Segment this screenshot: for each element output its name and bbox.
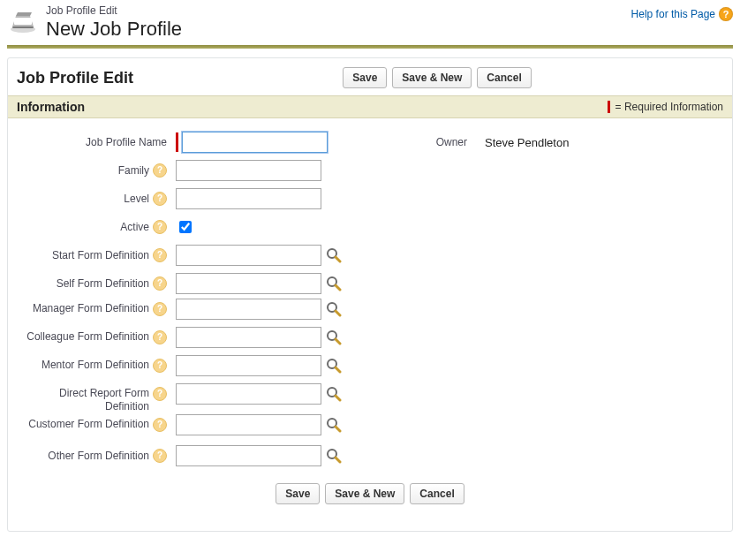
input-family[interactable] — [176, 160, 321, 181]
field-start-form: Start Form Definition ? — [17, 242, 396, 269]
help-icon[interactable]: ? — [153, 359, 167, 373]
input-self-form[interactable] — [176, 273, 321, 294]
cancel-button[interactable]: Cancel — [477, 67, 531, 88]
required-indicator-icon — [176, 132, 178, 152]
lookup-icon[interactable] — [325, 416, 343, 434]
save-button[interactable]: Save — [276, 483, 320, 504]
page-pretitle: Job Profile Edit — [46, 5, 182, 17]
input-colleague-form[interactable] — [176, 327, 321, 348]
field-job-profile-name: Job Profile Name — [17, 129, 396, 155]
top-button-row: Save Save & New Cancel — [151, 67, 723, 88]
form-header-title: Job Profile Edit — [17, 69, 133, 87]
save-new-button[interactable]: Save & New — [325, 483, 404, 504]
lookup-icon[interactable] — [325, 246, 343, 264]
page-icon — [7, 7, 39, 34]
page-title: New Job Profile — [46, 19, 182, 40]
field-owner: Owner Steve Pendleton — [405, 129, 723, 155]
label-customer-form: Customer Form Definition — [28, 418, 149, 430]
field-direct-report-form: Direct Report Form Definition ? — [17, 383, 396, 412]
save-button[interactable]: Save — [343, 67, 387, 88]
help-icon[interactable]: ? — [153, 248, 167, 262]
form-header: Job Profile Edit Save Save & New Cancel — [8, 58, 732, 95]
input-other-form[interactable] — [176, 445, 321, 466]
save-new-button[interactable]: Save & New — [392, 67, 472, 88]
svg-line-16 — [336, 427, 340, 431]
page-header: Job Profile Edit New Job Profile Help fo… — [7, 5, 733, 40]
svg-line-18 — [336, 458, 340, 462]
help-link-text: Help for this Page — [631, 8, 715, 20]
input-mentor-form[interactable] — [176, 355, 321, 376]
help-icon[interactable]: ? — [153, 276, 167, 291]
section-header: Information = Required Information — [8, 95, 732, 118]
lookup-icon[interactable] — [325, 300, 343, 318]
form-card: Job Profile Edit Save Save & New Cancel … — [7, 57, 733, 532]
help-icon[interactable]: ? — [153, 387, 167, 401]
field-other-form: Other Form Definition ? — [17, 443, 396, 469]
label-other-form: Other Form Definition — [48, 450, 149, 462]
help-icon[interactable]: ? — [153, 449, 167, 463]
svg-line-10 — [336, 339, 340, 344]
label-colleague-form: Colleague Form Definition — [26, 330, 149, 343]
help-icon[interactable]: ? — [153, 220, 167, 234]
label-mentor-form: Mentor Form Definition — [42, 359, 149, 371]
field-level: Level ? — [17, 185, 396, 212]
label-manager-form: Manager Form Definition — [33, 302, 149, 314]
label-owner: Owner — [405, 136, 485, 148]
input-job-profile-name[interactable] — [182, 132, 328, 153]
field-family: Family ? — [17, 157, 396, 184]
svg-line-14 — [336, 396, 340, 400]
svg-line-8 — [336, 311, 340, 315]
help-icon[interactable]: ? — [153, 330, 167, 344]
checkbox-active[interactable] — [179, 221, 192, 233]
svg-line-12 — [336, 367, 340, 372]
input-customer-form[interactable] — [176, 414, 321, 435]
svg-line-4 — [336, 257, 340, 261]
svg-rect-1 — [14, 18, 32, 25]
field-colleague-form: Colleague Form Definition ? — [17, 327, 396, 353]
lookup-icon[interactable] — [325, 275, 343, 292]
required-legend: = Required Information — [608, 101, 723, 113]
label-self-form: Self Form Definition — [57, 277, 149, 290]
label-direct-report-form: Direct Report Form Definition — [17, 387, 149, 412]
svg-line-6 — [336, 285, 340, 290]
lookup-icon[interactable] — [325, 357, 343, 375]
section-title: Information — [17, 100, 85, 114]
help-icon[interactable]: ? — [153, 192, 167, 206]
field-mentor-form: Mentor Form Definition ? — [17, 355, 396, 382]
field-customer-form: Customer Form Definition ? — [17, 414, 396, 441]
label-level: Level — [124, 193, 149, 205]
help-icon: ? — [719, 7, 733, 21]
input-direct-report-form[interactable] — [176, 383, 321, 405]
required-bar-icon — [608, 101, 610, 113]
lookup-icon[interactable] — [325, 329, 343, 346]
input-level[interactable] — [176, 188, 321, 209]
bottom-button-row: Save Save & New Cancel — [17, 471, 723, 513]
value-owner: Steve Pendleton — [485, 136, 569, 149]
label-start-form: Start Form Definition — [52, 249, 149, 261]
help-icon[interactable]: ? — [153, 163, 167, 178]
input-start-form[interactable] — [176, 245, 321, 266]
lookup-icon[interactable] — [325, 447, 343, 465]
cancel-button[interactable]: Cancel — [410, 483, 464, 504]
svg-rect-2 — [12, 26, 34, 28]
help-icon[interactable]: ? — [153, 302, 167, 316]
help-link[interactable]: Help for this Page ? — [631, 7, 733, 21]
help-icon[interactable]: ? — [153, 418, 167, 432]
label-job-profile-name: Job Profile Name — [86, 136, 167, 148]
required-legend-text: = Required Information — [615, 101, 723, 113]
field-active: Active ? — [17, 214, 396, 240]
input-manager-form[interactable] — [176, 299, 321, 320]
label-active: Active — [120, 221, 149, 233]
field-self-form: Self Form Definition ? — [17, 270, 396, 297]
field-manager-form: Manager Form Definition ? — [17, 299, 396, 325]
label-family: Family — [118, 164, 149, 177]
lookup-icon[interactable] — [325, 385, 343, 403]
divider — [7, 45, 733, 49]
